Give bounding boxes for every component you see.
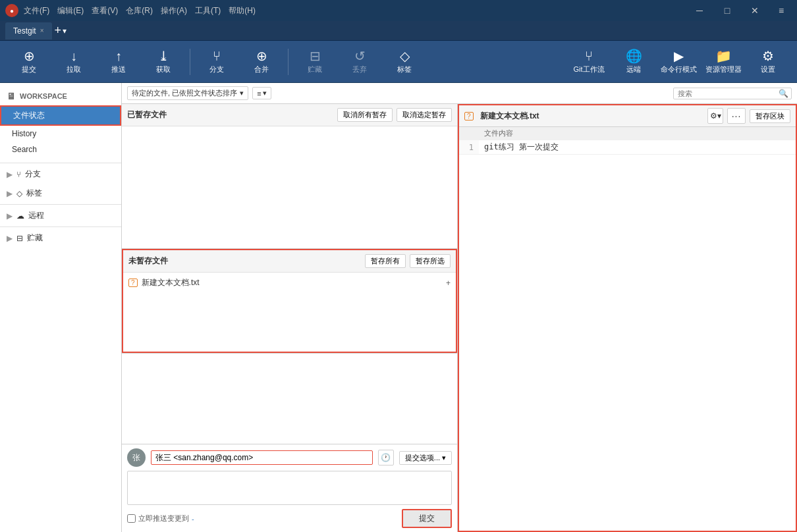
menu-view[interactable]: 查看(V): [92, 5, 118, 16]
toolbar-merge-btn[interactable]: ⊕ 合并: [240, 43, 283, 80]
tab-testgit[interactable]: Testgit ×: [5, 22, 52, 40]
toolbar-fetch-btn[interactable]: ⤓ 获取: [142, 43, 184, 80]
tag-category-icon: ◇: [16, 189, 22, 198]
diff-content: 文件内容 1 git练习 第一次提交: [459, 127, 796, 531]
tab-bar: Testgit × + ▾: [0, 21, 797, 41]
menu-repo[interactable]: 仓库(R): [126, 5, 153, 16]
view-list-icon: ≡: [257, 90, 261, 97]
window-controls: ─ □ ✕: [686, 0, 768, 21]
toolbar-commit-btn[interactable]: ⊕ 提交: [8, 43, 50, 80]
stash-icon: ⊟: [310, 49, 321, 63]
tab-label: Testgit: [13, 26, 36, 36]
view-toggle-arrow: ▾: [263, 89, 267, 97]
sidebar-remotes[interactable]: ▶ ☁ 远程: [0, 206, 121, 225]
list-item[interactable]: ? 新建文本文档.txt +: [123, 275, 456, 290]
remote-icon: 🌐: [626, 49, 642, 63]
file-search-input[interactable]: [673, 88, 792, 99]
toolbar-tag-btn[interactable]: ◇ 标签: [383, 43, 426, 80]
push-after-commit-check[interactable]: 立即推送变更到 -: [127, 514, 194, 523]
toolbar-push-btn[interactable]: ↑ 推送: [97, 43, 140, 80]
unstaged-section: 未暂存文件 暂存所有 暂存所选 ? 新建文本文档.txt +: [122, 249, 457, 353]
hamburger-menu-button[interactable]: ≡: [771, 0, 792, 21]
toolbar-terminal-btn[interactable]: ▶ 命令行模式: [657, 43, 700, 80]
toolbar-explorer-btn[interactable]: 📁 资源管理器: [702, 43, 744, 80]
discard-label: 丢弃: [352, 65, 367, 74]
commit-label: 提交: [22, 65, 36, 74]
commit-message-textarea[interactable]: [127, 471, 452, 505]
diff-header: ? 新建文本文档.txt ⚙ ▾ ··· 暂存区块: [459, 105, 796, 127]
toolbar-stash-btn[interactable]: ⊟ 贮藏: [294, 43, 336, 80]
diff-file-badge: ?: [464, 112, 474, 120]
staged-title: 已暂存文件: [127, 109, 167, 120]
branch-category-icon: ⑂: [16, 170, 21, 179]
push-checkbox[interactable]: [127, 514, 136, 523]
gitflow-icon: ⑂: [585, 49, 593, 63]
close-button[interactable]: ✕: [742, 0, 768, 21]
main-area: 🖥 WORKSPACE 文件状态 History Search ▶ ⑂ 分支 ▶…: [0, 83, 797, 532]
sidebar-item-file-status[interactable]: 文件状态: [0, 105, 121, 126]
sidebar-item-search[interactable]: Search: [0, 142, 121, 157]
sidebar-divider-2: [0, 204, 121, 205]
stage-selected-btn[interactable]: 暂存所选: [410, 254, 451, 268]
commit-submit-btn[interactable]: 提交: [402, 509, 452, 528]
sidebar-item-history[interactable]: History: [0, 126, 121, 142]
new-tab-button[interactable]: + ▾: [55, 24, 67, 38]
menu-tools[interactable]: 工具(T): [195, 5, 221, 16]
menu-file[interactable]: 文件(F): [24, 5, 49, 16]
push-link[interactable]: -: [192, 515, 194, 523]
sidebar-stashes[interactable]: ▶ ⊟ 贮藏: [0, 228, 121, 248]
maximize-button[interactable]: □: [714, 0, 740, 21]
toolbar-discard-btn[interactable]: ↺ 丢弃: [339, 43, 381, 80]
history-label: History: [12, 129, 36, 138]
minimize-button[interactable]: ─: [686, 0, 713, 21]
sidebar-tags[interactable]: ▶ ◇ 标签: [0, 184, 121, 203]
toolbar-branch-btn[interactable]: ⑂ 分支: [196, 43, 238, 80]
tab-close-button[interactable]: ×: [40, 27, 44, 34]
diff-stage-btn[interactable]: 暂存区块: [750, 109, 790, 123]
diff-filename: 新建文本文档.txt: [480, 111, 703, 122]
toolbar-gitflow-btn[interactable]: ⑂ Git工作流: [568, 43, 610, 80]
menu-actions[interactable]: 操作(A): [161, 5, 187, 16]
branches-expand-icon: ▶: [7, 170, 13, 179]
menu-edit[interactable]: 编辑(E): [57, 5, 84, 16]
pull-label: 拉取: [67, 65, 81, 74]
file-status-label: 文件状态: [13, 110, 45, 121]
staged-section: 已暂存文件 取消所有暂存 取消选定暂存: [122, 104, 457, 249]
staged-file-list: [122, 126, 457, 205]
push-icon: ↑: [115, 49, 122, 63]
workspace-section: 🖥 WORKSPACE 文件状态 History Search: [0, 83, 121, 161]
commit-options-label: 提交选项...: [405, 453, 440, 463]
diff-more-btn[interactable]: ···: [727, 108, 746, 124]
stash-label: 贮藏: [308, 65, 322, 74]
commit-footer: 立即推送变更到 - 提交: [127, 509, 452, 528]
cancel-selected-staged-btn[interactable]: 取消选定暂存: [397, 108, 452, 122]
toolbar-sep-2: [288, 49, 289, 75]
commit-icon: ⊕: [24, 49, 35, 63]
toolbar-settings-btn[interactable]: ⚙ 设置: [747, 43, 789, 80]
diff-line-num: 1: [459, 140, 479, 155]
workspace-header: 🖥 WORKSPACE: [0, 87, 121, 105]
table-row: 1 git练习 第一次提交: [459, 140, 796, 155]
explorer-icon: 📁: [715, 49, 732, 63]
explorer-label: 资源管理器: [705, 65, 742, 74]
remote-category-icon: ☁: [16, 211, 24, 221]
diff-line-content: git练习 第一次提交: [479, 140, 796, 155]
cancel-all-staged-btn[interactable]: 取消所有暂存: [337, 108, 393, 122]
commit-author-input[interactable]: [151, 450, 373, 465]
menu-help[interactable]: 帮助(H): [229, 5, 256, 16]
commit-time-btn[interactable]: 🕐: [378, 450, 394, 466]
sidebar-branches[interactable]: ▶ ⑂ 分支: [0, 165, 121, 184]
tags-label: 标签: [26, 188, 42, 199]
split-content: 已暂存文件 取消所有暂存 取消选定暂存 未暂存文件 暂存所有: [122, 104, 797, 532]
diff-col-header: 文件内容: [459, 127, 796, 140]
toolbar-remote-btn[interactable]: 🌐 远端: [613, 43, 655, 80]
commit-options-btn[interactable]: 提交选项... ▾: [399, 451, 452, 465]
stage-file-btn[interactable]: +: [446, 279, 451, 288]
diff-settings-btn[interactable]: ⚙ ▾: [707, 108, 723, 124]
time-icon: 🕐: [381, 453, 391, 462]
stage-all-btn[interactable]: 暂存所有: [365, 254, 406, 268]
merge-label: 合并: [254, 65, 269, 74]
view-toggle-btn[interactable]: ≡ ▾: [252, 87, 271, 99]
toolbar-pull-btn[interactable]: ↓ 拉取: [53, 43, 95, 80]
sort-dropdown[interactable]: 待定的文件, 已依照文件状态排序 ▾: [127, 86, 248, 100]
